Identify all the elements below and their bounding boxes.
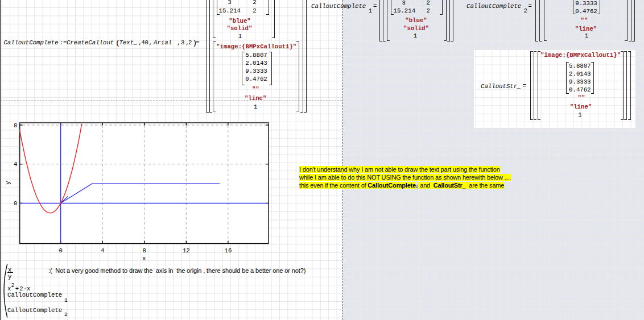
svg-text:12: 12	[183, 247, 190, 254]
svg-text:y: y	[5, 181, 11, 185]
svg-text:4: 4	[14, 161, 17, 168]
svg-text:0: 0	[59, 247, 62, 254]
svg-text:4: 4	[101, 247, 104, 254]
svg-text:8: 8	[14, 122, 17, 129]
svg-text:x: x	[142, 255, 146, 262]
svg-text:8: 8	[142, 247, 146, 254]
svg-text:0: 0	[14, 200, 17, 207]
svg-text:16: 16	[224, 247, 232, 254]
